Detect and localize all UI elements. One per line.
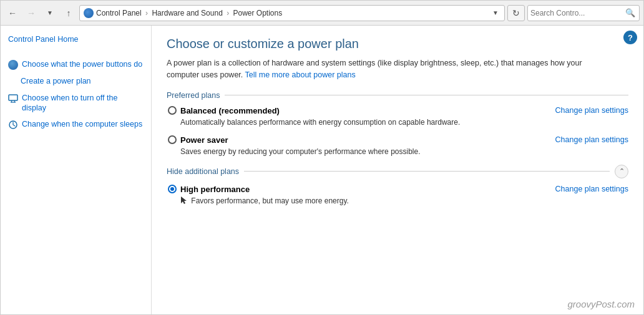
refresh-button[interactable]: ↻ [507,5,525,21]
sidebar-item-home[interactable]: Control Panel Home [7,33,145,46]
power-buttons-link[interactable]: Choose what the power buttons do [22,59,142,69]
forward-button[interactable]: → [23,5,39,21]
control-panel-home-link[interactable]: Control Panel Home [8,34,79,44]
power-saver-plan-row: Power saver Change plan settings [168,135,628,145]
power-saver-radio[interactable] [168,135,177,144]
balanced-plan-desc: Automatically balances performance with … [180,118,628,127]
cursor-icon [180,196,188,205]
balanced-plan-row: Balanced (recommended) Change plan setti… [168,106,628,115]
preferred-section-header: Preferred plans [167,91,628,100]
preferred-section-title: Preferred plans [167,91,220,100]
search-bar: 🔍 [527,5,640,21]
back-button[interactable]: ← [4,5,21,21]
search-input[interactable] [530,9,624,17]
balanced-plan-item: Balanced (recommended) Change plan setti… [167,106,628,127]
svg-marker-5 [181,196,187,204]
sleep-icon [8,120,18,130]
svg-rect-0 [9,95,17,100]
balanced-radio[interactable] [168,106,177,115]
power-saver-plan-name-row: Power saver [168,135,228,145]
monitor-icon [8,94,18,104]
sidebar-item-create-plan[interactable]: Create a power plan [7,75,145,87]
sidebar: Control Panel Home Choose what the power… [1,26,152,315]
additional-section-header: Hide additional plans ⌃ [167,165,628,178]
address-bar: ← → ▼ ↑ Control Panel › Hardware and Sou… [1,1,643,26]
high-performance-plan-item: High performance Change plan settings Fa… [167,185,628,206]
high-performance-plan-name-row: High performance [168,185,250,194]
balanced-plan-name-row: Balanced (recommended) [168,106,280,115]
main-container: Control Panel Home Choose what the power… [1,26,643,315]
page-title: Choose or customize a power plan [167,37,628,51]
page-description: A power plan is a collection of hardware… [167,57,591,81]
collapse-additional-button[interactable]: ⌃ [615,165,628,178]
create-plan-link[interactable]: Create a power plan [21,76,91,86]
watermark: groovyPost.com [567,299,635,309]
recent-pages-button[interactable]: ▼ [42,5,58,21]
address-box[interactable]: Control Panel › Hardware and Sound › Pow… [79,5,505,21]
help-button[interactable]: ? [623,31,637,44]
high-performance-change-link[interactable]: Change plan settings [555,185,628,193]
learn-more-link[interactable]: Tell me more about power plans [245,70,356,79]
high-performance-plan-name: High performance [180,185,250,194]
balanced-change-link[interactable]: Change plan settings [555,106,628,115]
additional-section-title: Hide additional plans [167,167,239,176]
up-button[interactable]: ↑ [61,5,77,21]
sidebar-item-computer-sleeps[interactable]: Change when the computer sleeps [7,118,145,131]
balanced-plan-name: Balanced (recommended) [180,106,280,115]
sidebar-item-power-buttons[interactable]: Choose what the power buttons do [7,58,145,71]
additional-section-line [244,171,610,172]
shield-icon [8,60,18,70]
power-saver-plan-item: Power saver Change plan settings Saves e… [167,135,628,156]
address-dropdown-button[interactable]: ▼ [490,8,500,18]
sidebar-item-turn-off-display[interactable]: Choose when to turn off the display [7,92,145,115]
power-saver-change-link[interactable]: Change plan settings [555,135,628,144]
high-performance-radio[interactable] [168,185,177,193]
power-saver-plan-name: Power saver [180,135,228,145]
preferred-section-line [225,95,628,95]
globe-icon [84,8,94,18]
power-saver-plan-desc: Saves energy by reducing your computer's… [180,147,628,156]
computer-sleeps-link[interactable]: Change when the computer sleeps [22,119,142,129]
high-performance-plan-row: High performance Change plan settings [168,185,628,194]
turn-off-display-link[interactable]: Choose when to turn off the display [22,93,144,114]
search-button[interactable]: 🔍 [624,7,637,19]
content-area: Choose or customize a power plan A power… [152,26,643,315]
address-text: Control Panel › Hardware and Sound › Pow… [96,9,488,17]
high-performance-plan-desc: Favors performance, but may use more ene… [180,196,628,206]
